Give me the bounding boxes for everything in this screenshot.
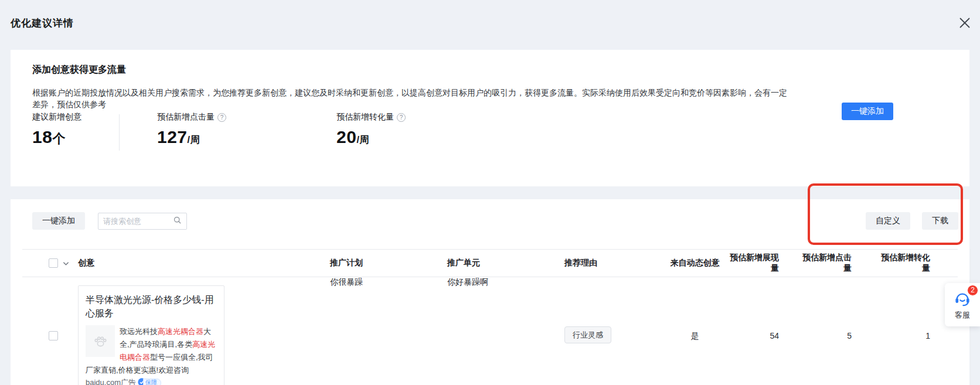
stat-value: 18	[32, 127, 52, 146]
cell-plan: 你很暴躁	[330, 277, 447, 288]
cell-dynamic: 是	[661, 277, 729, 342]
download-button[interactable]: 下载	[922, 212, 958, 230]
search-box[interactable]	[98, 213, 187, 230]
stat-unit: /周	[188, 135, 200, 145]
header-plan: 推广计划	[330, 258, 447, 268]
stat-label: 建议新增创意	[32, 112, 81, 122]
headset-icon	[954, 299, 971, 309]
page-title: 优化建议详情	[11, 16, 74, 30]
notification-badge: 2	[967, 285, 978, 296]
stat-estimated-conversions: 预估新增转化量 20/周	[336, 112, 406, 147]
select-all-checkbox[interactable]	[49, 258, 58, 268]
summary-description: 根据账户的近期投放情况以及相关用户搜索需求，为您推荐更多新创意，建议您及时采纳和…	[32, 87, 794, 110]
table-row: 半导体激光光源-价格多少钱-用心服务 致远光科技高速光耦合器大全,产品玲琅满目,…	[22, 277, 958, 385]
one-click-add-button[interactable]: 一键添加	[32, 212, 85, 230]
creative-table: 创意 推广计划 推广单元 推荐理由 来自动态创意 预估新增展现量 预估新增点击量…	[22, 249, 958, 385]
header-dynamic: 来自动态创意	[661, 258, 729, 268]
cell-impressions: 54	[729, 277, 799, 340]
customer-service-widget[interactable]: 2 客服	[945, 283, 980, 326]
stat-unit: 个	[52, 131, 66, 146]
header-reason: 推荐理由	[564, 258, 661, 268]
paw-thumbnail-icon	[86, 325, 115, 357]
stat-estimated-clicks: 预估新增点击量 127/周	[157, 112, 272, 147]
cell-unit: 你好暴躁啊	[447, 277, 564, 288]
summary-heading: 添加创意获得更多流量	[32, 64, 126, 76]
customize-button[interactable]: 自定义	[866, 212, 910, 230]
stat-label: 预估新增转化量	[336, 112, 394, 122]
row-checkbox[interactable]	[49, 331, 58, 340]
stat-label: 预估新增点击量	[157, 112, 215, 122]
customer-service-label: 客服	[945, 310, 980, 321]
creative-preview-card[interactable]: 半导体激光光源-价格多少钱-用心服务 致远光科技高速光耦合器大全,产品玲琅满目,…	[78, 285, 224, 385]
reason-badge: 行业灵感	[564, 326, 611, 343]
summary-stats: 建议新增创意 18个 预估新增点击量 127/周 预估新增转化量	[32, 112, 406, 151]
header-clicks: 预估新增点击量	[799, 253, 875, 274]
header-impressions: 预估新增展现量	[729, 253, 799, 274]
stat-suggested-creatives: 建议新增创意 18个	[32, 112, 119, 148]
table-header-row: 创意 推广计划 推广单元 推荐理由 来自动态创意 预估新增展现量 预估新增点击量…	[22, 249, 958, 277]
list-toolbar: 一键添加 自定义 下载	[32, 212, 958, 230]
header-conversions: 预估新增转化量	[875, 253, 951, 274]
stat-value: 127	[157, 127, 188, 146]
cell-clicks: 5	[799, 277, 875, 340]
header-unit: 推广单元	[447, 258, 564, 268]
optimization-suggestion-dialog: 优化建议详情 添加创意获得更多流量 根据账户的近期投放情况以及相关用户搜索需求，…	[0, 0, 980, 385]
stats-divider	[119, 114, 120, 151]
one-click-add-primary-button[interactable]: 一键添加	[842, 103, 893, 120]
creative-source-url: baidu.com广告	[86, 377, 136, 385]
header-creative: 创意	[78, 258, 330, 268]
cell-conversions: 1	[875, 277, 951, 340]
guarantee-badge: 保障	[143, 379, 161, 385]
help-icon[interactable]	[217, 113, 226, 122]
creative-desc-text: 致远光科技	[120, 327, 158, 336]
stat-value: 20	[336, 127, 356, 146]
chevron-down-icon[interactable]	[63, 258, 69, 268]
summary-card: 添加创意获得更多流量 根据账户的近期投放情况以及相关用户搜索需求，为您推荐更多新…	[11, 50, 969, 186]
help-icon[interactable]	[397, 113, 406, 122]
creative-list-card: 一键添加 自定义 下载	[11, 199, 969, 385]
creative-source-row: baidu.com广告 保障	[86, 377, 217, 385]
search-input[interactable]	[103, 217, 173, 226]
stat-unit: /周	[356, 135, 369, 145]
creative-title: 半导体激光光源-价格多少钱-用心服务	[86, 293, 217, 320]
creative-description: 致远光科技高速光耦合器大全,产品玲琅满目,各类高速光电耦合器型号一应俱全,我司厂…	[86, 325, 217, 377]
close-icon[interactable]	[957, 15, 973, 31]
search-icon[interactable]	[173, 216, 182, 227]
creative-desc-highlight: 高速光耦合器	[158, 327, 203, 336]
